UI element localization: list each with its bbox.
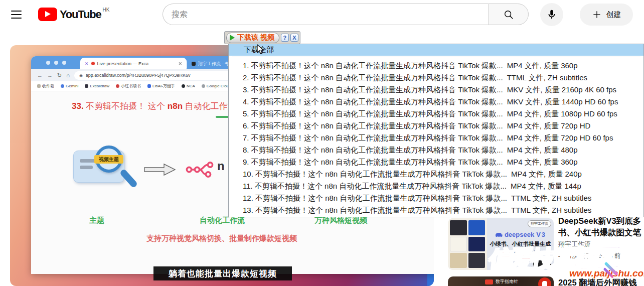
youtube-play-icon xyxy=(38,8,57,21)
search-box[interactable] xyxy=(163,4,489,25)
download-menu: 下载全部 1. 不剪辑不拍摄！这个 n8n 自动化工作流批量生成万种风格抖音 T… xyxy=(228,44,644,217)
mac-traffic-lights xyxy=(46,61,66,65)
menu-separator xyxy=(232,57,640,57)
back-icon: ← xyxy=(37,72,43,78)
n8n-wordmark-partial: n xyxy=(217,159,225,173)
duration-badge xyxy=(533,260,551,267)
whale-icon xyxy=(495,232,503,238)
youtube-logo[interactable]: YouTube HK xyxy=(38,8,109,21)
reload-icon: ↻ xyxy=(57,72,62,79)
download-option-13[interactable]: 13. 不剪辑不拍摄！这个 n8n 自动化工作流批量生成万种风格抖音 TikTo… xyxy=(229,204,643,216)
tab-favicon xyxy=(192,62,196,66)
download-option-12[interactable]: 12. 不剪辑不拍摄！这个 n8n 自动化工作流批量生成万种风格抖音 TikTo… xyxy=(229,192,643,204)
magnifier-icon: 视频主题 xyxy=(95,146,122,173)
download-option-9[interactable]: 9. 不剪辑不拍摄！这个 n8n 自动化工作流批量生成万种风格抖音 TikTok… xyxy=(229,156,643,168)
hamburger-menu-icon[interactable] xyxy=(11,11,22,19)
site-settings-icon: ◉ xyxy=(79,73,83,78)
n8n-logo-icon xyxy=(186,161,217,179)
youtube-page: YouTube HK 创建 xyxy=(0,0,644,286)
youtube-logo-text: YouTube xyxy=(60,8,101,21)
suggested-video-meta: 43万次观看 · 2个月前 xyxy=(558,251,644,260)
forward-icon: → xyxy=(47,72,53,78)
download-option-4[interactable]: 4. 不剪辑不拍摄！这个 n8n 自动化工作流批量生成万种风格抖音 TikTok… xyxy=(229,96,643,108)
slide-support-text: 支持万种视觉风格切换、批量制作爆款短视频 xyxy=(146,234,297,243)
download-option-11[interactable]: 11. 不剪辑不拍摄！这个 n8n 自动化工作流批量生成万种风格抖音 TikTo… xyxy=(229,180,643,192)
voice-search-button[interactable] xyxy=(540,3,563,26)
channel-watermark-pill: 翔宇工作流 xyxy=(528,220,551,227)
create-button[interactable]: 创建 xyxy=(580,4,633,26)
gemini-icon xyxy=(61,84,64,88)
play-triangle-icon xyxy=(230,35,235,41)
lens-label: 视频主题 xyxy=(94,155,123,164)
suggested-video-channel[interactable]: 翔宇工作流 xyxy=(558,240,591,249)
download-option-3[interactable]: 3. 不剪辑不拍摄！这个 n8n 自动化工作流批量生成万种风格抖音 TikTok… xyxy=(229,84,643,96)
region-badge: HK xyxy=(102,7,109,13)
bookmark-item: Gemini xyxy=(61,84,78,88)
excalidraw-favicon: ✕ xyxy=(85,61,89,66)
download-option-6[interactable]: 6. 不剪辑不拍摄！这个 n8n 自动化工作流批量生成万种风格抖音 TikTok… xyxy=(229,120,643,132)
suggested-video-title[interactable]: DeepSeek新V3到底多 书、小红书爆款图文笔 xyxy=(558,215,644,238)
thumbnail-text-line1: 小绿书、小红书批量生成 xyxy=(490,240,551,248)
bookmark-item: 小红书读书 xyxy=(116,83,141,89)
suggested-video-thumbnail[interactable]: deepseek V3 小绿书、小红书批量生成 自动化工作流 翔宇工作流 xyxy=(448,218,554,270)
thumbnail-text-line2: 自动化工作流 xyxy=(504,250,537,257)
downloader-help-button[interactable]: ? xyxy=(281,34,289,42)
globe-icon xyxy=(202,84,205,88)
tab-close-icon: ✕ xyxy=(178,61,182,66)
plus-icon xyxy=(592,10,602,20)
home-icon: ⌂ xyxy=(66,72,70,78)
bookmark-item: 收件箱 xyxy=(37,83,54,89)
download-options-list: 1. 不剪辑不拍摄！这个 n8n 自动化工作流批量生成万种风格抖音 TikTok… xyxy=(229,60,643,216)
downloader-toolbar: 下载该 视频 ? X xyxy=(224,31,300,44)
page-url: app.excalidraw.com/p/4RJBu090PF5j47QPxJe… xyxy=(86,73,191,78)
download-option-7[interactable]: 7. 不剪辑不拍摄！这个 n8n 自动化工作流批量生成万种风格抖音 TikTok… xyxy=(229,132,643,144)
excalidraw-icon xyxy=(85,84,88,88)
green-underline xyxy=(216,116,230,118)
version-label: V3 xyxy=(536,231,546,238)
create-button-label: 创建 xyxy=(606,10,621,20)
github-icon xyxy=(182,84,185,88)
download-option-8[interactable]: 8. 不剪辑不拍摄！这个 n8n 自动化工作流批量生成万种风格抖音 TikTok… xyxy=(229,144,643,156)
download-option-10[interactable]: 10. 不剪辑不拍摄！这个 n8n 自动化工作流批量生成万种风格抖音 TikTo… xyxy=(229,168,643,180)
arrow-icon xyxy=(144,163,176,176)
stop-hand-icon xyxy=(538,277,551,286)
download-video-button[interactable]: 下载该 视频 xyxy=(226,33,279,43)
search-input[interactable] xyxy=(172,10,472,19)
suggested-video2-thumbnail[interactable]: 数字指南针 xyxy=(448,276,554,286)
search-icon xyxy=(503,9,514,20)
download-option-2[interactable]: 2. 不剪辑不拍摄！这个 n8n 自动化工作流批量生成万种风格抖音 TikTok… xyxy=(229,72,643,84)
video-subtitle: 躺着也能批量出爆款短视频 xyxy=(153,266,292,280)
bookmark-item: Excalidraw xyxy=(85,84,109,88)
recording-dot-icon xyxy=(91,62,95,65)
bookmark-icon xyxy=(147,84,151,88)
download-option-5[interactable]: 5. 不剪辑不拍摄！这个 n8n 自动化工作流批量生成万种风格抖音 TikTok… xyxy=(229,108,643,120)
bookmark-icon xyxy=(116,84,119,88)
deepseek-wordmark: deepseek xyxy=(505,231,534,238)
download-option-1[interactable]: 1. 不剪辑不拍摄！这个 n8n 自动化工作流批量生成万种风格抖音 TikTok… xyxy=(229,60,643,72)
book-covers-graphic xyxy=(448,218,487,270)
youtube-header: YouTube HK 创建 xyxy=(0,0,644,29)
slide-label-topic: 主题 xyxy=(89,216,104,225)
download-all-option[interactable]: 下载全部 xyxy=(229,44,643,56)
bookmark-item: NCA xyxy=(182,84,195,88)
search-button[interactable] xyxy=(489,4,529,25)
download-button-label: 下载该 视频 xyxy=(237,33,274,42)
red-tag-icon xyxy=(485,279,493,284)
microphone-icon xyxy=(546,9,557,20)
bookmark-item: LibAI-万能手 xyxy=(147,83,175,89)
tab-live-presentation: ✕ Live presentation — Exca ✕ xyxy=(80,58,187,69)
thumbnail2-label: 数字指南针 xyxy=(496,278,518,285)
downloader-close-button[interactable]: X xyxy=(290,34,298,42)
deepseek-logo-row: deepseek V3 xyxy=(495,231,546,238)
folder-icon xyxy=(37,84,41,88)
